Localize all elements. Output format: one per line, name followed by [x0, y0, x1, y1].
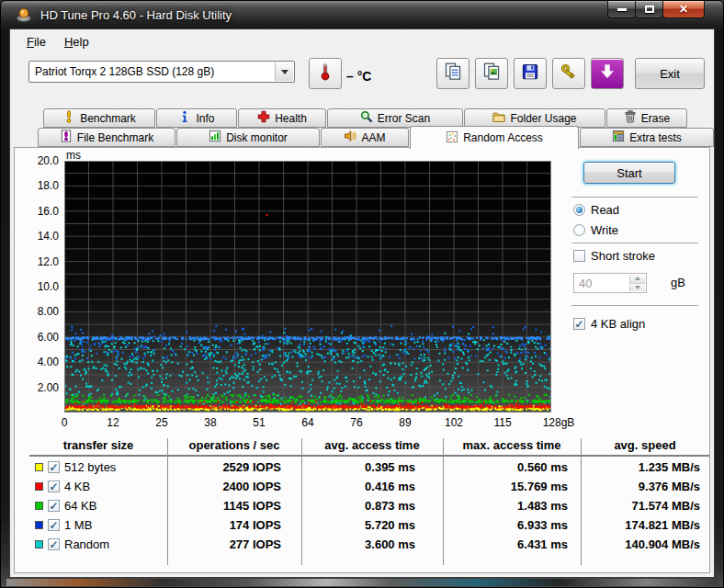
- menu-help[interactable]: Help: [55, 32, 98, 51]
- x-tick-label: 51: [237, 416, 281, 429]
- tab-file-benchmark[interactable]: File Benchmark: [38, 128, 175, 147]
- align-checkbox[interactable]: ✓: [573, 318, 585, 330]
- y-tick-label: 20.0: [15, 154, 59, 167]
- tab-error-scan[interactable]: Error Scan: [327, 108, 463, 128]
- ops-value: 277 IOPS: [167, 537, 301, 551]
- series-color-swatch: [35, 502, 43, 510]
- minimize-button[interactable]: [607, 1, 636, 18]
- info-icon: [178, 110, 191, 126]
- series-checkbox[interactable]: ✓: [48, 538, 60, 550]
- app-icon: [16, 6, 32, 23]
- capture-button[interactable]: [591, 58, 624, 89]
- drive-select-arrow: [275, 62, 293, 81]
- tab-benchmark[interactable]: Benchmark: [43, 108, 155, 128]
- scatter-plot: [64, 161, 551, 413]
- series-color-swatch: [35, 482, 43, 491]
- align-row[interactable]: ✓ 4 KB align: [573, 317, 645, 331]
- spinner-up-button[interactable]: [630, 275, 645, 283]
- x-tick-label: 25: [140, 416, 184, 429]
- spinner-down-button[interactable]: [630, 283, 645, 292]
- tab-disk-monitor[interactable]: Disk monitor: [176, 128, 320, 147]
- tab-health[interactable]: Health: [238, 108, 326, 128]
- tab-label: Folder Usage: [510, 112, 576, 125]
- ops-value: 174 IOPS: [167, 518, 301, 532]
- benchmark-icon: [62, 110, 75, 126]
- read-label: Read: [591, 203, 619, 217]
- series-checkbox[interactable]: ✓: [48, 519, 60, 531]
- align-label: 4 KB align: [591, 317, 645, 331]
- x-tick-label: 102: [432, 416, 476, 429]
- write-radio-row[interactable]: Write: [573, 223, 618, 237]
- exit-button[interactable]: Exit: [635, 58, 705, 89]
- copy-image-button[interactable]: [475, 58, 508, 89]
- transfer-size-label: 64 KB: [64, 499, 96, 513]
- results-table: transfer sizeoperations / secavg. access…: [29, 438, 709, 554]
- y-tick-label: 2.00: [15, 381, 59, 394]
- series-checkbox[interactable]: ✓: [48, 500, 60, 512]
- temperature-label: – °C: [346, 69, 371, 84]
- tab-extra-tests[interactable]: Extra tests: [580, 128, 714, 147]
- tab-erase[interactable]: Erase: [606, 108, 687, 128]
- separator: [571, 197, 698, 198]
- tab-row-2: File BenchmarkDisk monitorAAMRandom Acce…: [10, 128, 714, 147]
- max-value: 1.483 ms: [443, 499, 581, 513]
- avg-value: 0.395 ms: [301, 460, 443, 474]
- read-radio[interactable]: [573, 204, 585, 216]
- disk-monitor-icon: [209, 130, 221, 145]
- close-button[interactable]: ✕: [662, 1, 705, 18]
- transfer-size-label: 512 bytes: [64, 460, 116, 474]
- series-checkbox[interactable]: ✓: [48, 481, 60, 492]
- close-icon: ✕: [679, 3, 688, 16]
- avg-value: 5.720 ms: [301, 518, 443, 532]
- x-tick-label: 76: [334, 416, 379, 429]
- drive-select[interactable]: Patriot Torqx 2 128GB SSD (128 gB): [28, 61, 295, 83]
- folder-usage-icon: [492, 110, 505, 126]
- max-value: 6.933 ms: [443, 518, 581, 532]
- up-arrow-icon: [635, 277, 640, 280]
- results-table-header: transfer sizeoperations / secavg. access…: [29, 438, 709, 455]
- temperature-button[interactable]: [309, 58, 342, 89]
- table-row: ✓1 MB174 IOPS5.720 ms6.933 ms174.821 MB/…: [29, 515, 709, 535]
- column-header: max. access time: [443, 438, 581, 455]
- start-button[interactable]: Start: [583, 162, 675, 184]
- tab-folder-usage[interactable]: Folder Usage: [464, 108, 605, 128]
- tab-random-access[interactable]: Random Access: [410, 126, 579, 149]
- copy-text-icon: [444, 62, 462, 85]
- copy-text-button[interactable]: [436, 58, 469, 89]
- y-tick-label: 18.0: [15, 179, 59, 192]
- keys-icon: [560, 62, 578, 85]
- tab-label: Error Scan: [378, 112, 430, 125]
- maximize-button[interactable]: [635, 1, 663, 18]
- x-tick-label: 128gB: [537, 416, 581, 429]
- max-value: 0.560 ms: [443, 460, 581, 474]
- copy-image-icon: [482, 62, 501, 85]
- health-icon: [257, 110, 270, 126]
- random-access-icon: [446, 130, 458, 146]
- write-radio[interactable]: [573, 224, 585, 236]
- avg-value: 0.873 ms: [301, 499, 443, 513]
- menu-file[interactable]: File: [17, 32, 55, 51]
- short-stroke-row[interactable]: Short stroke: [573, 249, 655, 263]
- keys-button[interactable]: [552, 58, 585, 89]
- series-checkbox[interactable]: ✓: [48, 461, 60, 473]
- save-button[interactable]: [514, 58, 547, 89]
- ops-value: 2529 IOPS: [167, 460, 301, 474]
- tab-aam[interactable]: AAM: [321, 128, 409, 147]
- x-tick-label: 38: [188, 416, 232, 429]
- tab-info[interactable]: Info: [156, 108, 237, 128]
- speed-value: 140.904 MB/s: [581, 537, 709, 551]
- client-area: File Help Patriot Torqx 2 128GB SSD (128…: [9, 28, 715, 578]
- y-tick-label: 12.0: [15, 255, 59, 268]
- window: HD Tune Pro 4.60 - Hard Disk Utility ✕ F…: [0, 0, 724, 588]
- read-radio-row[interactable]: Read: [573, 203, 619, 217]
- tab-strip: BenchmarkInfoHealthError ScanFolder Usag…: [10, 103, 714, 147]
- x-tick-label: 64: [286, 416, 330, 429]
- short-stroke-checkbox[interactable]: [573, 250, 585, 262]
- tab-label: Benchmark: [80, 112, 136, 125]
- y-tick-label: 16.0: [15, 205, 59, 218]
- series-color-swatch: [35, 540, 43, 548]
- y-tick-label: 6.00: [15, 331, 59, 344]
- short-stroke-size-input[interactable]: 40: [573, 273, 647, 293]
- ops-value: 1145 IOPS: [167, 499, 301, 513]
- separator: [571, 305, 698, 306]
